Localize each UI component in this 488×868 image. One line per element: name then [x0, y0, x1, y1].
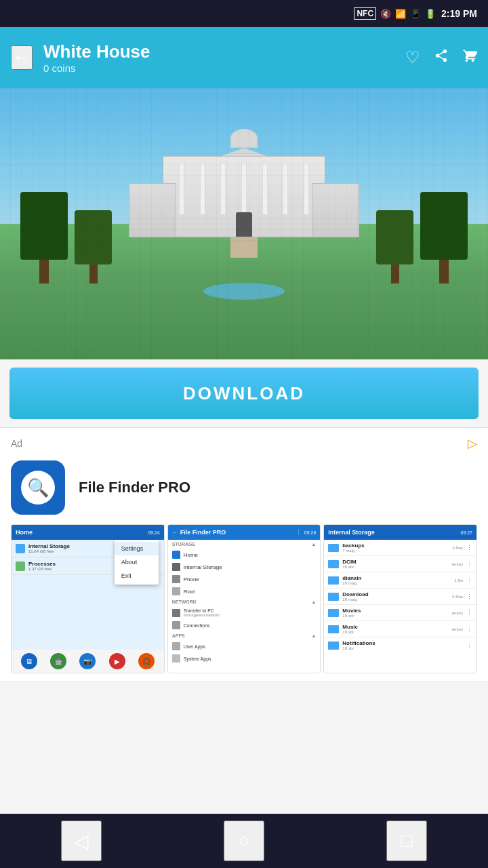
screenshot-3: Internal Storage 09:27 backups 7 maig 3 … — [323, 524, 477, 673]
ss3-folder-backups: backups 7 maig 3 files ⋮ — [324, 540, 476, 556]
ss1-icon-4: ▶ — [109, 653, 125, 669]
ss3-folder-movies: Movies 18 abr empty ⋮ — [324, 605, 476, 621]
nav-recents-button[interactable]: □ — [386, 821, 427, 861]
screenshot-1: Home 09:24 Internal Storage 11.64 GB fre… — [11, 524, 165, 673]
ss2-system-apps: System Apps — [168, 652, 321, 665]
download-button[interactable]: DOWNLOAD — [9, 368, 479, 419]
nfc-icon: NFC — [354, 7, 376, 20]
ss2-back: ← — [172, 530, 178, 536]
back-button[interactable]: ← — [11, 45, 33, 70]
ss2-section-network: NETWORK▲ — [168, 597, 321, 606]
ss2-time: 09:26 — [304, 530, 317, 535]
app-icon: 🔍 — [11, 460, 65, 515]
ss1-item-name-1: Internal Storage — [28, 543, 70, 549]
ss2-more: ⋮ — [296, 529, 302, 536]
ss2-connections: Connections — [168, 619, 321, 631]
ss2-user-apps: User Apps — [168, 640, 321, 652]
pixel-overlay — [0, 88, 488, 359]
app-icon-inner: 🔍 — [21, 471, 55, 505]
share-icon[interactable] — [434, 48, 449, 67]
ss3-body: backups 7 maig 3 files ⋮ DCIM 18 abr emp… — [324, 540, 476, 673]
ss3-folder-dcim: DCIM 18 abr empty ⋮ — [324, 556, 476, 572]
ss1-title: Home — [16, 529, 33, 536]
page-title: White House — [43, 41, 405, 62]
ss1-top-bar: Home 09:24 — [12, 525, 164, 540]
title-group: White House 0 coins — [43, 41, 405, 74]
ss1-menu-exit: Exit — [115, 569, 159, 583]
screenshot-strip: Home 09:24 Internal Storage 11.64 GB fre… — [11, 524, 477, 673]
action-icons: ♡ — [405, 48, 477, 67]
ad-section: Ad ▷ 🔍 File Finder PRO Home 09:24 Intern… — [0, 427, 488, 682]
coins-subtitle: 0 coins — [43, 62, 405, 74]
app-bar: ← White House 0 coins ♡ — [0, 27, 488, 88]
ad-header: Ad ▷ — [11, 436, 477, 451]
favorite-icon[interactable]: ♡ — [405, 48, 420, 67]
nav-home-button[interactable]: ○ — [224, 821, 264, 861]
ad-label: Ad — [11, 438, 22, 449]
bottom-spacer — [0, 682, 488, 736]
ss1-menu-about: About — [115, 555, 159, 569]
hero-image — [0, 88, 488, 359]
status-time: 2:19 PM — [441, 8, 477, 19]
ss2-transfer: Transfer to PC /storage/emulated/0 — [168, 606, 321, 619]
ss1-icon-3: 📷 — [79, 653, 96, 669]
screenshot-2: ← File Finder PRO ⋮ 09:26 STORAGE▲ Home … — [167, 524, 321, 673]
ss1-item-detail-2: 1.37 GB free — [28, 567, 56, 571]
download-section: DOWNLOAD — [0, 359, 488, 427]
wifi-icon: 📶 — [395, 9, 406, 19]
ss1-menu-settings: Settings — [115, 542, 159, 555]
ss3-folder-download: Download 28 maig 5 files ⋮ — [324, 589, 476, 605]
ss2-title: File Finder PRO — [180, 529, 226, 536]
ss1-icon-5: 🎧 — [138, 653, 155, 669]
ss2-section-apps: APPS▲ — [168, 631, 321, 640]
sim-icon: 📱 — [410, 9, 421, 19]
minecraft-scene — [0, 88, 488, 359]
bottom-navigation: ◁ ○ □ — [0, 814, 488, 868]
ss3-folder-music: Music 18 abr empty ⋮ — [324, 621, 476, 637]
ss2-phone: Phone — [168, 573, 321, 585]
ss3-folder-notifications: Notifications 18 abr ⋮ — [324, 637, 476, 653]
ss3-title: Internal Storage — [328, 529, 375, 536]
ss2-home: Home — [168, 549, 321, 561]
ad-choices-icon[interactable]: ▷ — [468, 436, 477, 451]
ad-content: 🔍 File Finder PRO — [11, 460, 477, 515]
ss2-top-bar: ← File Finder PRO ⋮ 09:26 — [168, 525, 321, 540]
ss1-item-name-2: Processes — [28, 561, 56, 567]
ss1-icon-1: 🖥 — [21, 653, 37, 669]
battery-icon: 🔋 — [425, 9, 436, 19]
nav-back-button[interactable]: ◁ — [61, 821, 102, 861]
ss2-internal: Internal Storage — [168, 561, 321, 573]
ss3-folder-dianxin: dianxin 28 maig 1 file ⋮ — [324, 572, 476, 589]
ss1-dropdown-menu: Settings About Exit — [115, 540, 159, 585]
ss2-root: Root — [168, 585, 321, 597]
cart-icon[interactable] — [462, 48, 477, 67]
ss1-icon-2: 🤖 — [50, 653, 66, 669]
status-icons: NFC 🔇 📶 📱 🔋 — [354, 7, 436, 20]
ss1-bottom-icons: 🖥 🤖 📷 ▶ 🎧 — [12, 650, 164, 673]
ss3-time: 09:27 — [460, 530, 472, 535]
mute-icon: 🔇 — [380, 9, 391, 19]
ss1-item-detail-1: 11.64 GB free — [28, 549, 70, 553]
ss3-top-bar: Internal Storage 09:27 — [324, 525, 476, 540]
ss1-time: 09:24 — [148, 530, 160, 535]
status-bar: NFC 🔇 📶 📱 🔋 2:19 PM — [0, 0, 488, 27]
ss2-section-storage: STORAGE▲ — [168, 540, 321, 549]
advertised-app-name: File Finder PRO — [79, 479, 190, 496]
ss1-body: Internal Storage 11.64 GB free Processes… — [12, 540, 164, 673]
ss2-body: STORAGE▲ Home Internal Storage Phone Roo… — [168, 540, 321, 673]
